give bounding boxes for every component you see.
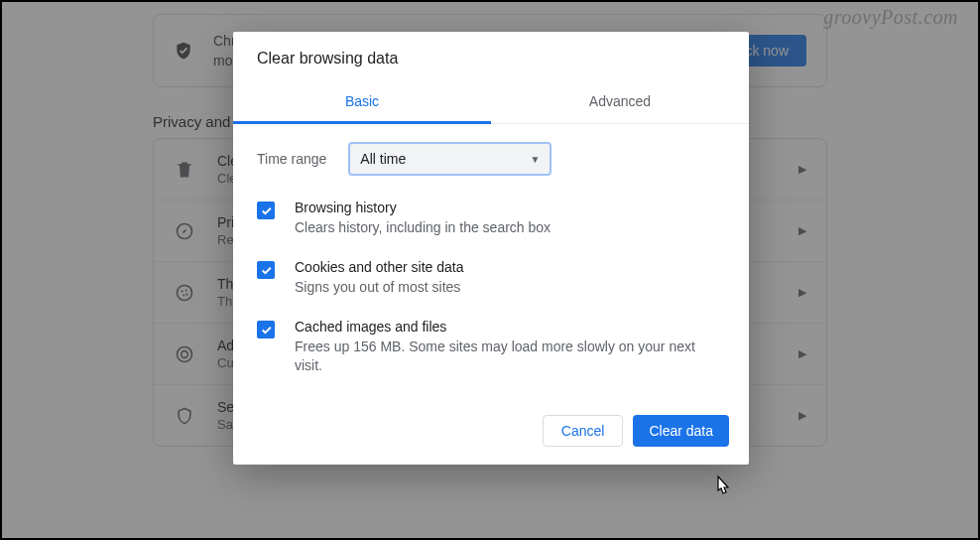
time-range-value: All time [360,151,406,167]
tab-basic[interactable]: Basic [233,81,491,123]
checkbox-cookies[interactable] [257,261,275,279]
time-range-label: Time range [257,151,326,167]
option-browsing-history[interactable]: Browsing history Clears history, includi… [257,196,725,255]
option-title: Cookies and other site data [295,259,463,275]
cancel-button[interactable]: Cancel [543,415,624,447]
option-cookies[interactable]: Cookies and other site data Signs you ou… [257,255,725,315]
tab-advanced[interactable]: Advanced [491,81,749,123]
option-title: Browsing history [295,200,551,215]
dialog-tabs: Basic Advanced [233,81,749,124]
dialog-title: Clear browsing data [233,32,749,81]
dialog-body: Time range All time ▼ Browsing history C… [233,124,749,401]
watermark: groovyPost.com [823,6,958,29]
option-sub: Frees up 156 MB. Some sites may load mor… [295,338,725,375]
dialog-actions: Cancel Clear data [233,401,749,465]
checkbox-browsing-history[interactable] [257,202,275,219]
caret-down-icon: ▼ [530,154,540,165]
time-range-row: Time range All time ▼ [257,142,725,176]
option-sub: Signs you out of most sites [295,278,463,297]
option-title: Cached images and files [295,319,725,335]
option-sub: Clears history, including in the search … [295,218,551,237]
time-range-select[interactable]: All time ▼ [348,142,551,176]
clear-data-button[interactable]: Clear data [633,415,729,447]
option-cache[interactable]: Cached images and files Frees up 156 MB.… [257,315,725,393]
clear-browsing-data-dialog: Clear browsing data Basic Advanced Time … [233,32,749,465]
checkbox-cache[interactable] [257,321,275,338]
